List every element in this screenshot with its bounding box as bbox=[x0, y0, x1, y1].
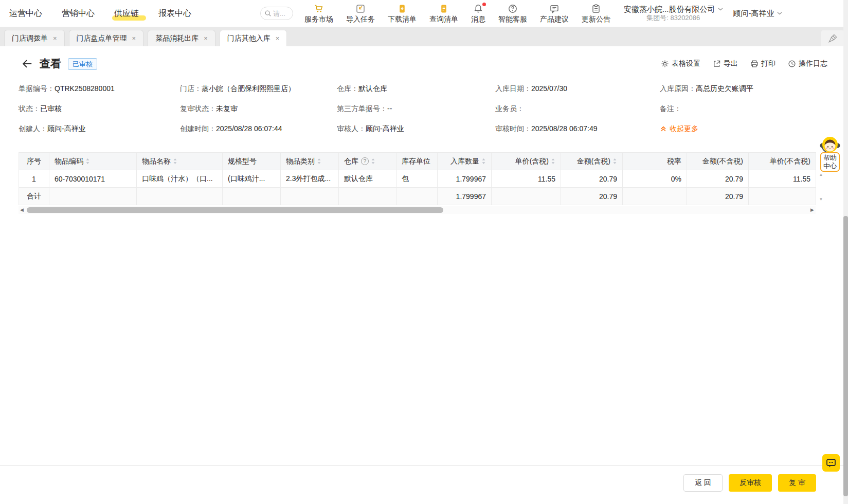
quick-download-list[interactable]: 下载清单 bbox=[388, 4, 417, 23]
close-icon[interactable]: × bbox=[53, 34, 57, 42]
printer-icon bbox=[750, 60, 759, 68]
back-button[interactable]: 返 回 bbox=[683, 474, 723, 492]
cell-item-code: 60-7030010171 bbox=[49, 170, 137, 188]
footer-bar: 返 回 反审核 复 审 bbox=[0, 465, 844, 492]
scroll-down-icon[interactable]: ▼ bbox=[819, 197, 823, 202]
quick-product-feedback[interactable]: 产品建议 bbox=[540, 4, 569, 23]
scroll-up-icon[interactable]: ▲ bbox=[819, 173, 823, 177]
sort-icon[interactable] bbox=[481, 158, 486, 165]
nav-supply-chain[interactable]: 供应链 bbox=[114, 8, 139, 19]
tab-store-other-inbound[interactable]: 门店其他入库 × bbox=[220, 30, 287, 46]
table-settings-button[interactable]: 表格设置 bbox=[661, 59, 700, 68]
sort-icon[interactable] bbox=[85, 158, 90, 165]
table-vertical-scrollbar[interactable]: ▲ ▼ bbox=[818, 173, 824, 202]
quick-smart-support[interactable]: 智能客服 bbox=[498, 4, 527, 23]
reverse-audit-button[interactable]: 反审核 bbox=[729, 474, 772, 492]
cell-inbound-qty: 1.799967 bbox=[438, 170, 492, 188]
double-chevron-up-icon bbox=[660, 125, 667, 132]
export-icon bbox=[713, 60, 721, 68]
detail-auditor: 审核人：顾问-高祥业 bbox=[337, 123, 495, 134]
col-spec-model: 规格型号 bbox=[223, 153, 281, 170]
quick-update-announcements[interactable]: 更新公告 bbox=[582, 4, 610, 23]
col-item-name[interactable]: 物品名称 bbox=[137, 153, 223, 170]
cell-tax-rate: 0% bbox=[623, 170, 687, 188]
bell-icon bbox=[473, 4, 483, 14]
col-unit-price-tax[interactable]: 单价(含税) bbox=[492, 153, 561, 170]
sort-icon[interactable] bbox=[173, 158, 177, 165]
user-menu[interactable]: 顾问-高祥业 bbox=[733, 9, 782, 19]
scroll-left-icon[interactable]: ◀ bbox=[20, 207, 24, 212]
detail-receipt-no: 单据编号：QTRK2508280001 bbox=[19, 83, 180, 94]
user-name: 顾问-高祥业 bbox=[733, 9, 774, 19]
close-icon[interactable]: × bbox=[132, 34, 136, 42]
print-button[interactable]: 打印 bbox=[750, 59, 775, 68]
tab-store-transfer[interactable]: 门店调拨单 × bbox=[4, 30, 65, 46]
col-amount-no-tax: 金额(不含税) bbox=[687, 153, 749, 170]
nav-operation-center[interactable]: 运营中心 bbox=[9, 8, 42, 19]
cell-spec-model: (口味鸡汁... bbox=[223, 170, 281, 188]
scroll-right-icon[interactable]: ▶ bbox=[810, 207, 814, 212]
window-scrollbar-thumb[interactable] bbox=[843, 216, 848, 496]
feedback-chat-button[interactable] bbox=[822, 454, 840, 472]
company-switcher[interactable]: 安徽蒸小皖...股份有限公司 集团号: 83202086 bbox=[624, 4, 723, 23]
tab-store-stocktake[interactable]: 门店盘点单管理 × bbox=[69, 30, 144, 46]
export-button[interactable]: 导出 bbox=[713, 59, 738, 68]
back-arrow-icon[interactable] bbox=[22, 58, 33, 69]
window-scrollbar[interactable] bbox=[843, 0, 848, 504]
table-header-row: 序号 物品编码 物品名称 规格型号 物品类别 仓库? 库存单位 入库数量 单价(… bbox=[19, 153, 816, 170]
quick-service-market[interactable]: 服务市场 bbox=[304, 4, 333, 23]
col-warehouse[interactable]: 仓库? bbox=[339, 153, 396, 170]
col-item-category[interactable]: 物品类别 bbox=[281, 153, 339, 170]
nav-marketing-center[interactable]: 营销中心 bbox=[62, 8, 95, 19]
quick-messages[interactable]: 消息 bbox=[471, 4, 485, 23]
detail-audit-time: 审核时间：2025/08/28 06:07:49 bbox=[495, 123, 660, 134]
help-question-icon[interactable]: ? bbox=[361, 157, 369, 165]
col-item-code[interactable]: 物品编码 bbox=[49, 153, 137, 170]
close-icon[interactable]: × bbox=[204, 34, 208, 42]
cell-unit-price-no-tax: 11.55 bbox=[749, 170, 816, 188]
help-center-label[interactable]: 帮助中心 bbox=[820, 152, 840, 172]
chat-bubble-icon bbox=[825, 457, 837, 469]
sort-icon[interactable] bbox=[317, 158, 321, 165]
tab-dish-consumption-outbound[interactable]: 菜品消耗出库 × bbox=[148, 30, 215, 46]
col-amount-tax[interactable]: 金额(含税) bbox=[561, 153, 623, 170]
total-label: 合计 bbox=[19, 188, 49, 205]
clear-tabs-button[interactable] bbox=[821, 30, 844, 46]
table-row[interactable]: 1 60-7030010171 口味鸡（汁水）（口... (口味鸡汁... 2.… bbox=[19, 170, 816, 188]
quick-query-list[interactable]: 查询清单 bbox=[429, 4, 458, 23]
cell-seq: 1 bbox=[19, 170, 49, 188]
col-tax-rate: 税率 bbox=[623, 153, 687, 170]
items-table: 序号 物品编码 物品名称 规格型号 物品类别 仓库? 库存单位 入库数量 单价(… bbox=[19, 152, 816, 205]
scrollbar-thumb[interactable] bbox=[27, 207, 443, 213]
broom-icon bbox=[828, 33, 838, 43]
detail-status: 状态：已审核 bbox=[19, 103, 180, 114]
collapse-more-link[interactable]: 收起更多 bbox=[660, 123, 848, 134]
col-inbound-qty[interactable]: 入库数量 bbox=[438, 153, 492, 170]
sort-icon[interactable] bbox=[612, 158, 617, 165]
status-badge: 已审核 bbox=[68, 58, 97, 70]
cell-stock-unit: 包 bbox=[396, 170, 438, 188]
quick-import-tasks[interactable]: 导入任务 bbox=[346, 4, 375, 23]
detail-inbound-reason: 入库原因：高总历史欠账调平 bbox=[660, 83, 848, 94]
cell-amount-tax: 20.79 bbox=[561, 170, 623, 188]
global-search[interactable] bbox=[260, 7, 293, 20]
main-menu: 运营中心 营销中心 供应链 报表中心 bbox=[9, 8, 191, 19]
question-circle-icon bbox=[508, 4, 518, 14]
operation-log-button[interactable]: 操作日志 bbox=[788, 59, 827, 68]
quick-actions: 服务市场 导入任务 下载清单 查询清单 消息 bbox=[304, 4, 610, 23]
col-seq: 序号 bbox=[19, 153, 49, 170]
sort-icon[interactable] bbox=[371, 158, 375, 165]
items-table-zone: 序号 物品编码 物品名称 规格型号 物品类别 仓库? 库存单位 入库数量 单价(… bbox=[19, 152, 816, 214]
nav-report-center[interactable]: 报表中心 bbox=[158, 8, 191, 19]
unread-badge-dot bbox=[482, 3, 486, 6]
help-center-widget[interactable]: 帮助中心 bbox=[818, 135, 842, 172]
table-horizontal-scrollbar[interactable]: ◀ ▶ bbox=[19, 206, 816, 214]
col-stock-unit: 库存单位 bbox=[396, 153, 438, 170]
top-nav: 运营中心 营销中心 供应链 报表中心 服务市场 导入任务 下载清单 bbox=[0, 0, 848, 27]
close-icon[interactable]: × bbox=[276, 34, 280, 42]
search-input[interactable] bbox=[273, 10, 291, 17]
group-number: 集团号: 83202086 bbox=[646, 14, 700, 23]
recheck-button[interactable]: 复 审 bbox=[778, 474, 816, 492]
chevron-down-icon bbox=[718, 8, 723, 11]
sort-icon[interactable] bbox=[551, 158, 555, 165]
